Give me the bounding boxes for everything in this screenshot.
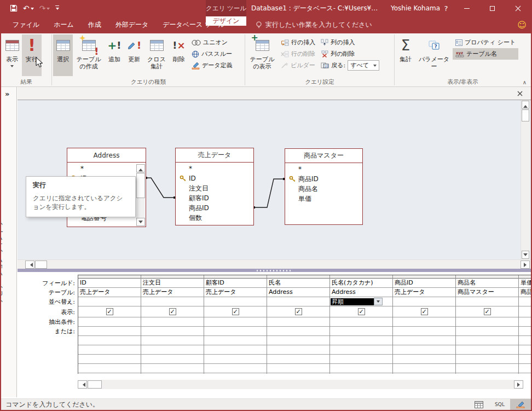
- union-button[interactable]: ユニオン: [189, 37, 235, 48]
- grid-cell-empty[interactable]: [519, 355, 531, 364]
- table-field[interactable]: 商品ID: [176, 203, 253, 213]
- grid-cell-empty[interactable]: [204, 336, 267, 345]
- minimize-button[interactable]: [454, 0, 479, 16]
- grid-cell-empty[interactable]: [204, 345, 267, 355]
- show-checkbox[interactable]: ✓: [484, 308, 491, 315]
- table-field[interactable]: 注文日: [176, 183, 253, 193]
- collapse-ribbon-icon[interactable]: ∧: [523, 79, 527, 85]
- grid-cell-criteria[interactable]: [519, 317, 531, 327]
- grid-cell-sort[interactable]: [267, 297, 329, 306]
- show-checkbox[interactable]: ✓: [421, 308, 428, 315]
- maximize-button[interactable]: [479, 0, 505, 16]
- tell-me-box[interactable]: 実行したい作業を入力してください: [256, 16, 372, 33]
- return-combobox[interactable]: すべて: [348, 60, 379, 71]
- save-icon[interactable]: [10, 4, 18, 12]
- scroll-up-icon[interactable]: [522, 101, 529, 109]
- table-field[interactable]: *: [285, 164, 362, 174]
- delete-query-button[interactable]: !× 削除: [169, 34, 189, 76]
- table-names-toggle[interactable]: xyz テーブル名: [453, 48, 518, 60]
- view-button[interactable]: 表示: [2, 34, 22, 76]
- table-field[interactable]: *: [67, 164, 146, 173]
- grid-cell-empty[interactable]: [393, 355, 455, 364]
- grid-cell-empty[interactable]: [204, 355, 267, 364]
- grid-cell-empty[interactable]: [330, 364, 392, 373]
- datasheet-view-button[interactable]: [469, 399, 489, 410]
- field-list-scrollbar[interactable]: [136, 164, 145, 226]
- grid-cell-or[interactable]: [204, 327, 267, 336]
- undo-button[interactable]: ↶: [23, 4, 34, 12]
- grid-cell-empty[interactable]: [456, 364, 518, 373]
- update-button[interactable]: ! 更新: [124, 34, 144, 76]
- grid-cell-empty[interactable]: [393, 364, 455, 373]
- show-checkbox[interactable]: ✓: [295, 308, 302, 315]
- grid-cell-table[interactable]: 売上データ: [141, 288, 204, 297]
- scroll-down-icon[interactable]: [136, 218, 145, 226]
- grid-cell-table[interactable]: 売上データ: [204, 288, 267, 297]
- scroll-left-icon[interactable]: [25, 261, 34, 269]
- table-field[interactable]: ID: [176, 173, 253, 183]
- grid-horizontal-scrollbar[interactable]: [78, 380, 523, 389]
- grid-cell-field[interactable]: ID: [78, 279, 141, 288]
- make-table-button[interactable]: ! テーブルの作成: [73, 34, 105, 76]
- grid-cell-empty[interactable]: [141, 336, 204, 345]
- insert-columns-button[interactable]: 列の挿入: [318, 37, 382, 48]
- grid-cell-empty[interactable]: [393, 345, 455, 355]
- grid-cell-criteria[interactable]: [456, 317, 518, 327]
- grid-cell-show[interactable]: ✓: [267, 306, 329, 317]
- insert-rows-button[interactable]: 行の挿入: [278, 37, 318, 48]
- show-checkbox[interactable]: ✓: [358, 308, 365, 315]
- grid-cell-sort[interactable]: 昇順: [330, 297, 392, 306]
- table-title[interactable]: 売上データ: [176, 148, 253, 163]
- grid-cell-criteria[interactable]: [393, 317, 455, 327]
- append-button[interactable]: +! 追加: [105, 34, 124, 76]
- grid-cell-or[interactable]: [519, 327, 531, 336]
- scroll-up-icon[interactable]: [136, 164, 145, 172]
- grid-cell-sort[interactable]: [78, 297, 141, 306]
- table-field[interactable]: 単価: [285, 194, 362, 204]
- grid-cell-empty[interactable]: [330, 345, 392, 355]
- grid-cell-show[interactable]: ✓: [204, 306, 267, 317]
- scroll-thumb[interactable]: [88, 380, 102, 389]
- grid-cell-show[interactable]: ✓: [330, 306, 392, 317]
- grid-cell-field[interactable]: 氏名(カタカナ): [330, 279, 392, 288]
- tab-external-data[interactable]: 外部データ: [108, 16, 156, 33]
- show-checkbox[interactable]: ✓: [106, 308, 113, 315]
- grid-cell-field[interactable]: 注文日: [141, 279, 204, 288]
- grid-cell-empty[interactable]: [519, 364, 531, 373]
- grid-cell-empty[interactable]: [330, 336, 392, 345]
- scroll-right-icon[interactable]: [521, 261, 530, 269]
- combo-dropdown-icon[interactable]: [371, 61, 379, 70]
- scroll-thumb[interactable]: [522, 109, 529, 121]
- scroll-left-icon[interactable]: [78, 380, 87, 389]
- grid-cell-sort[interactable]: [204, 297, 267, 306]
- feedback-smiley-icon[interactable]: ☺: [517, 16, 527, 33]
- grid-cell-table[interactable]: 売上データ: [393, 288, 455, 297]
- grid-cell-show[interactable]: ✓: [519, 306, 531, 317]
- delete-columns-button[interactable]: 列の削除: [318, 48, 382, 60]
- table-field[interactable]: 個数: [176, 213, 253, 223]
- tab-create[interactable]: 作成: [81, 16, 108, 33]
- grid-cell-empty[interactable]: [141, 355, 204, 364]
- sort-value-selected[interactable]: 昇順: [331, 298, 374, 305]
- grid-cell-show[interactable]: ✓: [78, 306, 141, 317]
- grid-cell-empty[interactable]: [78, 336, 141, 345]
- grid-cell-empty[interactable]: [78, 345, 141, 355]
- scroll-thumb[interactable]: [35, 261, 47, 269]
- expand-nav-pane-icon[interactable]: »: [5, 90, 9, 98]
- grid-cell-table[interactable]: Address: [267, 288, 329, 297]
- scroll-down-icon[interactable]: [522, 251, 529, 259]
- grid-cell-empty[interactable]: [519, 336, 531, 345]
- scroll-thumb[interactable]: [136, 173, 145, 198]
- close-document-button[interactable]: [516, 89, 524, 98]
- grid-cell-empty[interactable]: [330, 355, 392, 364]
- grid-cell-sort[interactable]: [519, 297, 531, 306]
- grid-cell-show[interactable]: ✓: [456, 306, 518, 317]
- grid-cell-field[interactable]: 顧客ID: [204, 279, 267, 288]
- grid-cell-field[interactable]: 商品名: [456, 279, 518, 288]
- run-button[interactable]: ! 実行: [22, 34, 42, 76]
- tab-home[interactable]: ホーム: [47, 16, 81, 33]
- grid-cell-empty[interactable]: [204, 364, 267, 373]
- grid-cell-criteria[interactable]: [330, 317, 392, 327]
- table-title[interactable]: 商品マスター: [285, 149, 362, 163]
- grid-cell-or[interactable]: [267, 327, 329, 336]
